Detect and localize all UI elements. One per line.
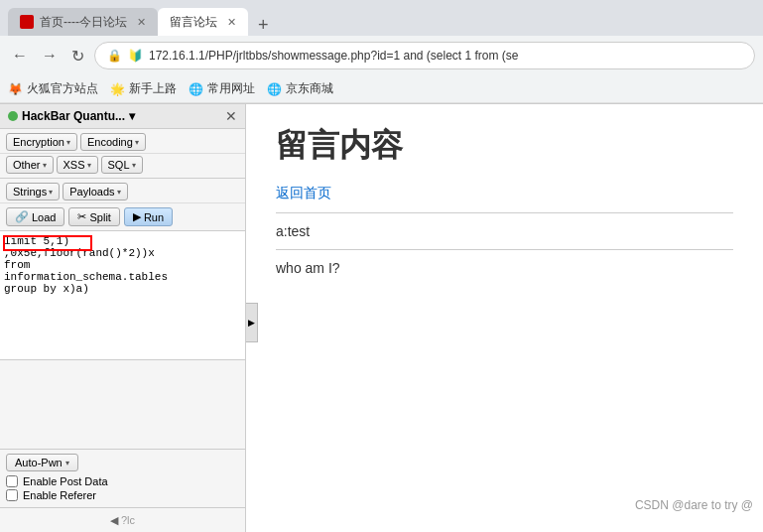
encoding-label: Encoding <box>87 136 133 148</box>
run-label: Run <box>144 211 164 223</box>
tab-bar: 首页----今日论坛 ✕ 留言论坛 ✕ + <box>0 0 763 36</box>
watermark: CSDN @dare to try @ <box>635 498 753 512</box>
hackbar-title: HackBar Quantu... ▾ <box>8 109 135 123</box>
autopwn-button[interactable]: Auto-Pwn ▾ <box>6 454 78 471</box>
xss-arrow: ▾ <box>87 161 91 170</box>
favicon-1 <box>20 15 34 29</box>
hackbar-collapse-area: ◀ ?lc <box>0 507 245 532</box>
sidebar-collapse-tab[interactable]: ▶ <box>246 303 258 342</box>
enable-referer-checkbox[interactable] <box>6 489 18 501</box>
tab-1-close[interactable]: ✕ <box>137 16 146 29</box>
split-label: Split <box>89 211 110 223</box>
hackbar-close-button[interactable]: ✕ <box>225 108 237 124</box>
bookmark-firefox-label: 火狐官方站点 <box>27 80 98 97</box>
bookmark-firefox[interactable]: 🦊 火狐官方站点 <box>8 80 98 97</box>
encryption-button[interactable]: Encryption ▾ <box>6 133 77 151</box>
strings-label: Strings <box>13 186 47 198</box>
bookmark-newuser-label: 新手上路 <box>129 80 177 97</box>
hackbar-sidebar: HackBar Quantu... ▾ ✕ Encryption ▾ Encod… <box>0 104 246 532</box>
sql-arrow: ▾ <box>132 161 136 170</box>
bookmark-newuser[interactable]: 🌟 新手上路 <box>110 80 177 97</box>
hackbar-toolbar-row2: Other ▾ XSS ▾ SQL ▾ <box>0 154 245 179</box>
collapse-icon[interactable]: ◀ <box>110 514 118 526</box>
forward-button[interactable]: → <box>38 43 62 68</box>
other-label: Other <box>13 159 41 171</box>
load-icon: 🔗 <box>15 210 29 223</box>
bookmark-firefox-icon: 🦊 <box>8 82 23 96</box>
run-icon: ▶ <box>133 210 141 223</box>
split-icon: ✂ <box>77 210 86 223</box>
content-area: 留言内容 返回首页 a:test who am I? <box>246 104 763 532</box>
payloads-arrow: ▾ <box>117 188 121 197</box>
other-button[interactable]: Other ▾ <box>6 156 54 174</box>
load-label: Load <box>32 211 56 223</box>
new-tab-button[interactable]: + <box>252 15 275 36</box>
sql-button[interactable]: SQL ▾ <box>101 156 143 174</box>
hackbar-toolbar-row1: Encryption ▾ Encoding ▾ <box>0 129 245 154</box>
hackbar-chevron-icon: ▾ <box>129 109 135 123</box>
bookmark-jd-icon: 🌐 <box>267 82 282 96</box>
enable-referer-label: Enable Referer <box>23 489 96 501</box>
security-icon: 🔒 <box>107 49 122 63</box>
strings-button[interactable]: Strings ▾ <box>6 183 60 200</box>
other-arrow: ▾ <box>43 161 47 170</box>
tab-1-label: 首页----今日论坛 <box>40 14 127 31</box>
encryption-arrow: ▾ <box>66 138 70 147</box>
hackbar-header: HackBar Quantu... ▾ ✕ <box>0 104 245 129</box>
tab-2-label: 留言论坛 <box>170 14 217 31</box>
run-button[interactable]: ▶ Run <box>124 207 173 226</box>
load-button[interactable]: 🔗 Load <box>6 207 64 226</box>
tab-2[interactable]: 留言论坛 ✕ <box>158 8 248 36</box>
tab-2-close[interactable]: ✕ <box>227 16 236 29</box>
autopwn-arrow: ▾ <box>65 459 69 467</box>
enable-post-data-checkbox[interactable] <box>6 475 18 487</box>
sql-label: SQL <box>108 159 130 171</box>
encryption-label: Encryption <box>13 136 64 148</box>
bookmark-common-icon: 🌐 <box>189 82 203 96</box>
content-line-2: who am I? <box>276 260 733 276</box>
xss-label: XSS <box>64 159 85 171</box>
reload-button[interactable]: ↻ <box>67 43 88 69</box>
bookmark-newuser-icon: 🌟 <box>110 82 125 96</box>
address-text: 172.16.1.1/PHP/jrltbbs/showmessage.php?i… <box>149 49 742 63</box>
main-layout: HackBar Quantu... ▾ ✕ Encryption ▾ Encod… <box>0 104 763 532</box>
enable-post-data-label: Enable Post Data <box>23 475 108 487</box>
encoding-arrow: ▾ <box>135 138 139 147</box>
hackbar-title-text: HackBar Quantu... <box>22 109 125 123</box>
hackbar-status-dot <box>8 111 18 121</box>
hackbar-toolbar-row3: Strings ▾ Payloads ▾ <box>0 179 245 203</box>
bookmarks-bar: 🦊 火狐官方站点 🌟 新手上路 🌐 常用网址 🌐 京东商城 <box>0 75 763 103</box>
hackbar-textarea-wrap <box>0 231 245 449</box>
shield-icon: 🔰 <box>128 49 143 63</box>
strings-arrow: ▾ <box>49 188 53 197</box>
bookmark-jd-label: 京东商城 <box>286 80 333 97</box>
hackbar-footer-text: ?lc <box>121 514 135 526</box>
encoding-button[interactable]: Encoding ▾ <box>80 133 146 151</box>
bookmark-common-label: 常用网址 <box>207 80 255 97</box>
hackbar-actions: 🔗 Load ✂ Split ▶ Run <box>0 203 245 231</box>
split-button[interactable]: ✂ Split <box>68 207 119 226</box>
bookmark-jd[interactable]: 🌐 京东商城 <box>267 80 333 97</box>
content-divider-2 <box>276 249 733 250</box>
autopwn-label: Auto-Pwn <box>15 457 63 468</box>
payloads-button[interactable]: Payloads ▾ <box>63 183 127 200</box>
bookmark-common[interactable]: 🌐 常用网址 <box>189 80 255 97</box>
back-link[interactable]: 返回首页 <box>276 185 331 200</box>
browser-chrome: 首页----今日论坛 ✕ 留言论坛 ✕ + ← → ↻ 🔒 🔰 172.16.1… <box>0 0 763 104</box>
hackbar-autopwn: Auto-Pwn ▾ Enable Post Data Enable Refer… <box>0 449 245 507</box>
enable-referer-item: Enable Referer <box>6 489 239 501</box>
payloads-label: Payloads <box>69 186 114 198</box>
xss-button[interactable]: XSS ▾ <box>57 156 98 174</box>
content-divider-1 <box>276 212 733 213</box>
content-line-1: a:test <box>276 223 733 239</box>
page-title: 留言内容 <box>276 124 733 168</box>
enable-post-data-item: Enable Post Data <box>6 475 239 487</box>
address-input-wrap[interactable]: 🔒 🔰 172.16.1.1/PHP/jrltbbs/showmessage.p… <box>94 42 755 69</box>
back-button[interactable]: ← <box>8 43 32 68</box>
address-bar: ← → ↻ 🔒 🔰 172.16.1.1/PHP/jrltbbs/showmes… <box>0 36 763 75</box>
tab-1[interactable]: 首页----今日论坛 ✕ <box>8 8 158 36</box>
hackbar-textarea[interactable] <box>0 231 245 360</box>
